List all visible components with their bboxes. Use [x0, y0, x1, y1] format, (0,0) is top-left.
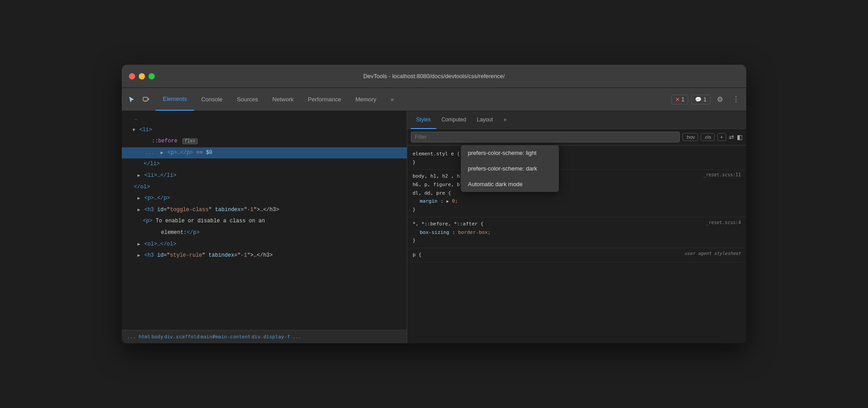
list-item[interactable]: </li> — [122, 158, 407, 170]
collapse-arrow: ▶ — [137, 242, 140, 247]
tab-network[interactable]: Network — [265, 87, 301, 111]
css-selector: body, h1, h2 — [413, 173, 448, 179]
tab-layout[interactable]: Layout — [471, 111, 498, 129]
eq-sign: == — [196, 150, 206, 156]
info-badge-button[interactable]: 💬 1 — [691, 95, 711, 104]
window-title: DevTools - localhost:8080/docs/devtools/… — [363, 73, 504, 79]
breadcrumb-dots-right[interactable]: ... — [291, 334, 303, 340]
breadcrumb-html[interactable]: html — [139, 334, 151, 340]
more-options-button[interactable]: ⋮ — [729, 93, 743, 106]
minimize-button[interactable] — [139, 73, 145, 79]
gear-icon: ⚙ — [717, 95, 723, 104]
breadcrumb-body[interactable]: body — [151, 334, 163, 340]
traffic-lights — [129, 73, 155, 79]
css-source: _reset.scss:4 — [706, 220, 741, 225]
tab-styles-more[interactable]: » — [498, 111, 512, 129]
dropdown-item-auto[interactable]: Automatic dark mode — [461, 176, 559, 192]
flex-badge: flex — [182, 138, 198, 144]
list-item[interactable]: </ol> — [122, 182, 407, 193]
add-style-button[interactable]: + — [717, 133, 726, 141]
hov-button[interactable]: :hov — [682, 133, 698, 141]
collapse-arrow: ▶ — [137, 208, 140, 212]
error-badge-button[interactable]: ✕ 1 — [671, 95, 689, 104]
tag-h3-style-rule: <h3 — [144, 252, 157, 258]
list-item[interactable]: ▶ <h3 id="toggle-class" tabindex="-1">…<… — [122, 204, 407, 216]
info-count: 1 — [703, 96, 707, 103]
toggle-sidebar-icon[interactable]: ⇄ — [729, 133, 734, 141]
list-item[interactable]: ▶ <p>…</p> — [122, 193, 407, 204]
dollar-zero: $0 — [206, 150, 212, 156]
breadcrumb-scaffold[interactable]: div.scaffold — [164, 334, 199, 340]
list-item[interactable]: ::before flex — [122, 136, 407, 147]
dropdown-item-dark[interactable]: prefers-color-scheme: dark — [461, 161, 559, 176]
tab-memory[interactable]: Memory — [348, 87, 384, 111]
tab-more[interactable]: » — [384, 87, 401, 111]
info-icon: 💬 — [695, 96, 702, 103]
list-item[interactable]: ▼ <li> — [122, 125, 407, 136]
tag-ol-close: </ol> — [134, 184, 150, 190]
css-rules-list[interactable]: element.styl e { } _reset.scss:11 body, … — [407, 146, 746, 343]
attr-tabindex2-val: -1 — [241, 252, 247, 258]
dom-panel: … ▼ <li> ::before flex ... ▶ <p>…</ — [122, 111, 407, 343]
tag-li-collapsed: <li>…</li> — [144, 172, 176, 179]
device-icon[interactable] — [140, 93, 152, 106]
breadcrumb-dots-left[interactable]: ... — [125, 334, 138, 340]
attr-id2-val: style-rule — [170, 252, 202, 258]
toggle-view-icon[interactable]: ◧ — [737, 133, 743, 141]
main-toolbar: Elements Console Sources Network Perform… — [122, 88, 746, 111]
dom-dots-top[interactable]: … — [132, 116, 139, 121]
tab-console[interactable]: Console — [194, 87, 230, 111]
list-item[interactable]: ▶ <h3 id="style-rule" tabindex="-1">…</h… — [122, 250, 407, 262]
breadcrumb: ... html body div.scaffold main#main-con… — [122, 330, 407, 343]
expand-arrow: ▼ — [132, 128, 135, 133]
table-row[interactable]: ... ▶ <p>…</p> == $0 — [122, 147, 407, 159]
css-selector-p: p — [413, 252, 418, 258]
svg-rect-0 — [143, 97, 148, 101]
tab-elements[interactable]: Elements — [156, 87, 194, 111]
list-item[interactable]: ▶ <ol>…</ol> — [122, 239, 407, 250]
tab-styles[interactable]: Styles — [411, 111, 436, 129]
css-rule-box-sizing: _reset.scss:4 *, *::before, *::after { b… — [407, 217, 746, 248]
dropdown-item-light[interactable]: prefers-color-scheme: light — [461, 145, 559, 161]
toolbar-right: ✕ 1 💬 1 ⚙ ⋮ — [671, 93, 743, 106]
more-icon: ⋮ — [732, 95, 740, 104]
dom-dots-left[interactable]: ... — [143, 150, 156, 155]
styles-toolbar: :hov .cls + ⇄ ◧ prefers-color-scheme: li… — [407, 129, 746, 146]
fullscreen-button[interactable] — [149, 73, 155, 79]
devtools-window: DevTools - localhost:8080/docs/devtools/… — [122, 65, 746, 343]
tag-p: <p>…</p> — [167, 150, 193, 156]
text-node-cont: element: — [161, 229, 187, 236]
styles-panel: Styles Computed Layout » :hov — [407, 111, 746, 343]
list-item[interactable]: <p> To enable or disable a class on an — [122, 216, 407, 227]
css-rule-element-style: element.styl e { } — [407, 147, 746, 170]
tab-performance[interactable]: Performance — [301, 87, 348, 111]
svg-rect-1 — [148, 98, 149, 100]
css-prop-boxsizing: box-sizing — [420, 229, 449, 235]
tab-computed[interactable]: Computed — [436, 111, 471, 129]
filter-input[interactable] — [411, 132, 680, 142]
pseudo-before: ::before — [152, 138, 178, 144]
toolbar-icons — [125, 93, 152, 106]
css-selector-star: *, *::before, *::after — [413, 221, 480, 227]
tag-li-close: </li> — [144, 161, 160, 167]
expand-arrow-small: ▶ — [446, 199, 449, 204]
dom-tree[interactable]: … ▼ <li> ::before flex ... ▶ <p>…</ — [122, 111, 407, 330]
tab-sources[interactable]: Sources — [230, 87, 265, 111]
styles-tabs: Styles Computed Layout » — [407, 111, 746, 129]
cls-button[interactable]: .cls — [701, 133, 715, 141]
breadcrumb-display[interactable]: div.display-f — [252, 334, 290, 340]
collapse-arrow: ▶ — [137, 196, 140, 201]
attr-id-val: toggle-class — [170, 207, 208, 213]
list-item[interactable]: ▶ <li>…</li> — [122, 170, 407, 182]
tag-p-collapsed: <p>…</p> — [144, 195, 170, 201]
settings-button[interactable]: ⚙ — [713, 93, 727, 106]
error-icon: ✕ — [675, 96, 680, 103]
text-node: To enable or disable a class on an — [156, 218, 265, 224]
close-button[interactable] — [129, 73, 135, 79]
css-source: _reset.scss:11 — [703, 172, 741, 177]
cursor-icon[interactable] — [125, 93, 138, 106]
breadcrumb-main[interactable]: main#main-content — [200, 334, 251, 340]
attr-id2: id — [157, 252, 163, 258]
error-count: 1 — [682, 96, 685, 103]
titlebar: DevTools - localhost:8080/docs/devtools/… — [122, 65, 746, 88]
